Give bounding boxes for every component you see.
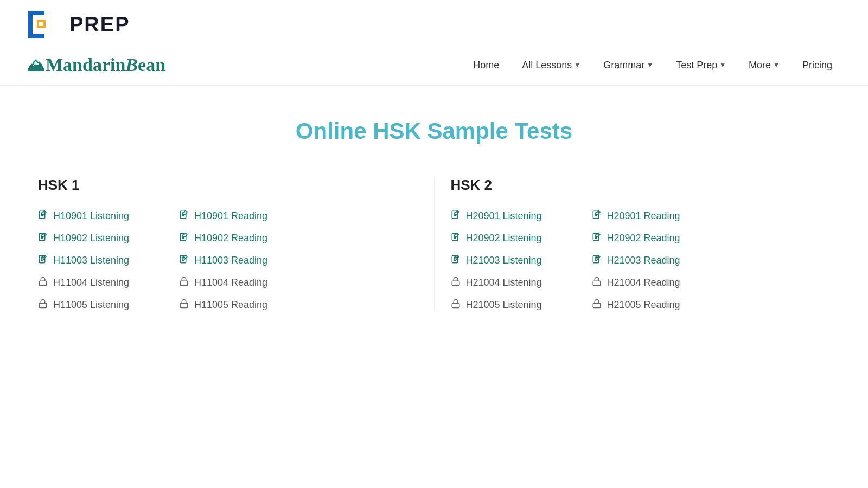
- edit-icon: [592, 210, 602, 222]
- hsk2-listening-item-label-3: H21004 Listening: [466, 277, 542, 288]
- hsk1-listening-col: H10901 ListeningH10902 ListeningH11003 L…: [38, 210, 146, 311]
- edit-icon: [451, 210, 461, 222]
- hsk2-listening-item-3: H21004 Listening: [451, 277, 559, 289]
- nav-all-lessons[interactable]: All Lessons ▼: [513, 55, 589, 75]
- svg-rect-14: [180, 303, 188, 307]
- lock-icon: [38, 277, 48, 289]
- hsk1-listening-item-4: H11005 Listening: [38, 299, 146, 311]
- hsk2-title: HSK 2: [451, 177, 831, 194]
- hsk2-reading-item-label-1: H20902 Reading: [607, 233, 680, 244]
- edit-icon: [179, 232, 189, 245]
- hsk2-listening-item-label-0: H20901 Listening: [466, 210, 542, 222]
- hsk2-listening-item-2[interactable]: H21003 Listening: [451, 254, 559, 267]
- svg-rect-9: [39, 303, 47, 307]
- lock-icon: [179, 277, 189, 289]
- prep-logo-text: PREP: [69, 13, 130, 36]
- edit-icon: [451, 232, 461, 245]
- hsk-sections: HSK 1 H10901 ListeningH10902 ListeningH1…: [27, 177, 841, 311]
- hsk-divider: [434, 177, 435, 311]
- main-nav: Home All Lessons ▼ Grammar ▼ Test Prep ▼…: [464, 55, 841, 75]
- hsk1-title: HSK 1: [38, 177, 418, 194]
- hsk2-reading-item-4: H21005 Reading: [592, 299, 700, 311]
- hsk1-reading-item-label-2: H11003 Reading: [194, 255, 267, 266]
- mountain-icon: ⛰: [27, 55, 44, 75]
- svg-rect-24: [593, 303, 601, 307]
- lock-icon: [592, 299, 602, 311]
- brand-nav-bar: ⛰MandarinBean Home All Lessons ▼ Grammar…: [0, 45, 868, 86]
- hsk2-listening-item-label-4: H21005 Listening: [466, 299, 542, 311]
- hsk2-section: HSK 2 H20901 ListeningH20902 ListeningH2…: [440, 177, 841, 311]
- page-title: Online HSK Sample Tests: [27, 118, 841, 144]
- hsk1-listening-item-2[interactable]: H11003 Listening: [38, 254, 146, 267]
- svg-rect-1: [28, 11, 44, 15]
- hsk2-listening-item-label-1: H20902 Listening: [466, 233, 542, 244]
- hsk2-columns: H20901 ListeningH20902 ListeningH21003 L…: [451, 210, 831, 311]
- hsk1-listening-item-label-4: H11005 Listening: [53, 299, 129, 311]
- hsk1-reading-item-label-0: H10901 Reading: [194, 210, 267, 222]
- svg-rect-23: [593, 281, 601, 285]
- hsk1-reading-item-label-3: H11004 Reading: [194, 277, 267, 288]
- nav-all-lessons-arrow: ▼: [574, 61, 580, 69]
- hsk1-reading-item-0[interactable]: H10901 Reading: [179, 210, 288, 222]
- nav-test-prep-arrow: ▼: [719, 61, 726, 69]
- hsk2-listening-item-label-2: H21003 Listening: [466, 255, 542, 266]
- svg-rect-8: [39, 281, 47, 285]
- hsk1-reading-item-2[interactable]: H11003 Reading: [179, 254, 288, 267]
- hsk2-reading-item-label-2: H21003 Reading: [607, 255, 680, 266]
- hsk2-listening-item-4: H21005 Listening: [451, 299, 559, 311]
- svg-rect-19: [452, 303, 459, 307]
- lock-icon: [38, 299, 48, 311]
- hsk2-listening-item-0[interactable]: H20901 Listening: [451, 210, 559, 222]
- svg-rect-18: [452, 281, 459, 285]
- edit-icon: [38, 232, 48, 245]
- hsk2-reading-item-3: H21004 Reading: [592, 277, 700, 289]
- hsk1-listening-item-label-1: H10902 Listening: [53, 233, 129, 244]
- hsk1-section: HSK 1 H10901 ListeningH10902 ListeningH1…: [27, 177, 429, 311]
- main-content: Online HSK Sample Tests HSK 1 H10901 Lis…: [0, 86, 868, 338]
- hsk1-reading-item-3: H11004 Reading: [179, 277, 288, 289]
- hsk2-reading-item-2[interactable]: H21003 Reading: [592, 254, 700, 267]
- nav-more-arrow: ▼: [773, 61, 780, 69]
- hsk1-listening-item-0[interactable]: H10901 Listening: [38, 210, 146, 222]
- edit-icon: [38, 210, 48, 222]
- nav-grammar-arrow: ▼: [647, 61, 653, 69]
- lock-icon: [451, 277, 461, 289]
- hsk1-listening-item-label-3: H11004 Listening: [53, 277, 129, 288]
- hsk2-reading-item-label-4: H21005 Reading: [607, 299, 680, 311]
- hsk1-listening-item-1[interactable]: H10902 Listening: [38, 232, 146, 245]
- hsk2-reading-item-label-0: H20901 Reading: [607, 210, 680, 222]
- hsk1-reading-item-1[interactable]: H10902 Reading: [179, 232, 288, 245]
- lock-icon: [179, 299, 189, 311]
- hsk2-reading-item-label-3: H21004 Reading: [607, 277, 680, 288]
- svg-rect-4: [39, 22, 43, 26]
- edit-icon: [179, 210, 189, 222]
- hsk1-listening-item-label-2: H11003 Listening: [53, 255, 129, 266]
- hsk2-reading-item-1[interactable]: H20902 Reading: [592, 232, 700, 245]
- brand-name-text: ⛰MandarinBean: [27, 55, 165, 75]
- svg-rect-13: [180, 281, 188, 285]
- brand-logo[interactable]: ⛰MandarinBean: [27, 55, 165, 75]
- hsk1-columns: H10901 ListeningH10902 ListeningH11003 L…: [38, 210, 418, 311]
- edit-icon: [592, 232, 602, 245]
- svg-rect-2: [28, 34, 44, 38]
- nav-home[interactable]: Home: [464, 55, 508, 75]
- hsk2-listening-col: H20901 ListeningH20902 ListeningH21003 L…: [451, 210, 559, 311]
- nav-test-prep[interactable]: Test Prep ▼: [667, 55, 735, 75]
- hsk1-reading-item-label-4: H11005 Reading: [194, 299, 267, 311]
- hsk1-reading-item-label-1: H10902 Reading: [194, 233, 267, 244]
- hsk2-reading-item-0[interactable]: H20901 Reading: [592, 210, 700, 222]
- edit-icon: [179, 254, 189, 267]
- edit-icon: [38, 254, 48, 267]
- nav-more[interactable]: More ▼: [740, 55, 788, 75]
- prep-logo-icon: [27, 10, 65, 40]
- edit-icon: [451, 254, 461, 267]
- hsk2-listening-item-1[interactable]: H20902 Listening: [451, 232, 559, 245]
- nav-grammar[interactable]: Grammar ▼: [595, 55, 662, 75]
- hsk1-reading-item-4: H11005 Reading: [179, 299, 288, 311]
- top-bar: PREP: [0, 0, 868, 45]
- hsk1-listening-item-3: H11004 Listening: [38, 277, 146, 289]
- prep-logo[interactable]: PREP: [27, 10, 130, 40]
- nav-pricing[interactable]: Pricing: [794, 55, 841, 75]
- hsk2-reading-col: H20901 ReadingH20902 ReadingH21003 Readi…: [592, 210, 700, 311]
- lock-icon: [451, 299, 461, 311]
